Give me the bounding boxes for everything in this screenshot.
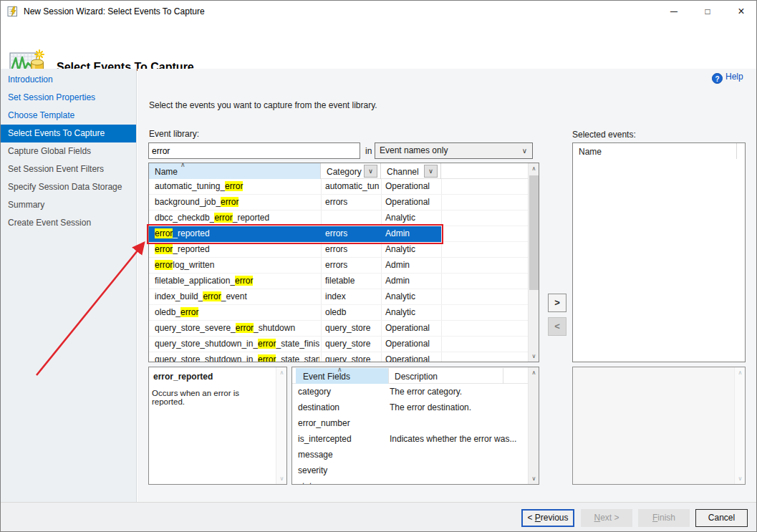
table-row-error-reported[interactable]: error_reportederrorsAdmin [149,226,528,242]
event-description-panel: error_reported Occurs when an error is r… [148,367,287,485]
event-channel-cell: Admin [381,274,440,289]
chevron-down-icon: ∨ [522,143,527,158]
table-row-filetable-application-error[interactable]: filetable_application_errorfiletableAdmi… [149,274,528,289]
event-table-scrollbar[interactable]: ∧ ∨ [528,163,539,362]
field-row-state[interactable]: state [292,479,528,484]
scroll-up-icon[interactable]: ∧ [735,367,746,378]
help-link[interactable]: ?Help [712,72,743,84]
scroll-down-icon[interactable]: ∨ [529,351,539,362]
description-scrollbar[interactable]: ∧ ∨ [276,367,286,484]
search-match-highlight: error [221,197,238,207]
field-name-cell: state [298,479,387,484]
selected-events-list[interactable]: Name [572,142,746,362]
maximize-icon[interactable]: □ [691,1,724,22]
field-row-severity[interactable]: severity [292,463,528,479]
event-fields-panel: ∧ Event Fields Description categoryThe e… [291,367,539,485]
event-name-cell: index_build_error_event [149,289,319,305]
event-name-cell: dbcc_checkdb_error_reported [149,211,319,226]
column-header-description[interactable]: Description [388,368,503,384]
scrollbar-thumb[interactable] [529,175,539,290]
previous-button[interactable]: < Previous [521,509,574,527]
table-row-error-reported[interactable]: error_reportederrorsAnalytic [149,242,528,258]
title-bar: New Session Wizard: Select Events To Cap… [1,1,757,22]
scroll-down-icon[interactable]: ∨ [276,473,287,484]
channel-filter-button[interactable]: ∨ [424,165,438,178]
event-name-cell: query_store_severe_error_shutdown [149,321,319,337]
event-channel-cell: Admin [381,226,440,242]
search-match-highlight: error [258,339,276,349]
selected-events-column-header: Name [579,147,602,157]
search-match-highlight: error [236,323,254,333]
column-header-description-label: Description [389,368,503,382]
add-event-button[interactable]: > [548,294,566,312]
column-header-event-fields[interactable]: ∧ Event Fields [296,368,388,384]
search-scope-combobox[interactable]: Event names only ∨ [375,142,533,159]
event-channel-cell: Analytic [381,305,440,321]
field-row-message[interactable]: message [292,448,528,463]
column-header-category[interactable]: Category ∨ [321,163,381,179]
sidebar-item-introduction[interactable]: Introduction [1,71,136,89]
event-description-text: Occurs when an error is reported. [152,389,272,406]
table-row-background-job-error[interactable]: background_job_errorerrorsOperational [149,195,528,211]
close-icon[interactable]: × [725,1,757,22]
sidebar-item-set-session-properties[interactable]: Set Session Properties [1,89,136,107]
event-channel-cell: Analytic [381,289,440,305]
sidebar-item-choose-template[interactable]: Choose Template [1,107,136,125]
table-row-query-store-shutdown-in-error-state-started[interactable]: query_store_shutdown_in_error_state_star… [149,352,528,362]
column-divider [736,143,737,159]
finish-button: Finish [638,509,690,527]
table-row-errorlog-written[interactable]: errorlog_writtenerrorsAdmin [149,258,528,274]
event-search-input[interactable] [148,142,360,159]
event-category-cell: errors [321,258,380,274]
table-row-query-store-shutdown-in-error-state-finished[interactable]: query_store_shutdown_in_error_state_fini… [149,337,528,352]
search-match-highlight: error [155,260,173,270]
column-header-name[interactable]: ∧ Name [149,163,321,179]
scroll-up-icon[interactable]: ∧ [276,367,287,378]
event-name-cell: background_job_error [149,195,319,211]
field-row-category[interactable]: categoryThe error category. [292,385,528,400]
remove-event-button: < [548,317,566,336]
sidebar-item-set-session-event-filters: Set Session Event Filters [1,160,136,178]
in-label: in [365,146,372,156]
help-icon: ? [712,73,723,84]
field-name-cell: destination [298,400,387,416]
field-description-cell [390,416,526,432]
scroll-up-icon[interactable]: ∧ [529,163,539,174]
right-panel-scrollbar[interactable]: ∧ ∨ [734,367,745,484]
sort-ascending-icon: ∧ [180,161,185,168]
event-channel-cell: Operational [381,195,440,211]
event-category-cell: errors [321,226,380,242]
search-match-highlight: error [180,307,198,317]
search-match-highlight: error [155,244,173,254]
wizard-steps: IntroductionSet Session PropertiesChoose… [1,69,137,502]
sidebar-item-select-events-to-capture[interactable]: Select Events To Capture [1,125,136,142]
search-scope-value: Event names only [380,145,448,155]
table-row-automatic-tuning-error[interactable]: automatic_tuning_errorautomatic_tun...Op… [149,179,528,195]
category-filter-button[interactable]: ∨ [364,165,377,178]
button-bar: < PreviousNext >FinishCancel [1,502,757,532]
event-category-cell: errors [321,242,380,258]
window-title: New Session Wizard: Select Events To Cap… [24,1,205,22]
table-row-oledb-error[interactable]: oledb_erroroledbAnalytic [149,305,528,321]
event-channel-cell: Analytic [381,211,440,226]
event-name-cell: oledb_error [149,305,319,321]
fields-scrollbar[interactable]: ∧ ∨ [528,367,539,484]
table-row-index-build-error-event[interactable]: index_build_error_eventindexAnalytic [149,289,528,305]
scroll-down-icon[interactable]: ∨ [529,473,539,484]
column-header-channel[interactable]: Channel ∨ [381,163,441,179]
event-description-title: error_reported [153,372,213,382]
cancel-button[interactable]: Cancel [695,509,748,527]
table-row-dbcc-checkdb-error-reported[interactable]: dbcc_checkdb_error_reportedAnalytic [149,211,528,226]
event-name-cell: error_reported [149,242,319,258]
event-channel-cell: Analytic [381,242,440,258]
minimize-icon[interactable]: ─ [657,1,690,22]
event-library-label: Event library: [149,129,199,139]
field-row-error-number[interactable]: error_number [292,416,528,432]
field-row-destination[interactable]: destinationThe error destination. [292,400,528,416]
field-row-is-intercepted[interactable]: is_interceptedIndicates whether the erro… [292,432,528,448]
sidebar-item-specify-session-data-storage: Specify Session Data Storage [1,178,136,196]
event-library-table: ∧ Name Category ∨ Channel ∨ automatic_tu… [148,163,539,362]
table-row-query-store-severe-error-shutdown[interactable]: query_store_severe_error_shutdownquery_s… [149,321,528,337]
scroll-down-icon[interactable]: ∨ [735,473,746,484]
scroll-up-icon[interactable]: ∧ [529,367,539,378]
